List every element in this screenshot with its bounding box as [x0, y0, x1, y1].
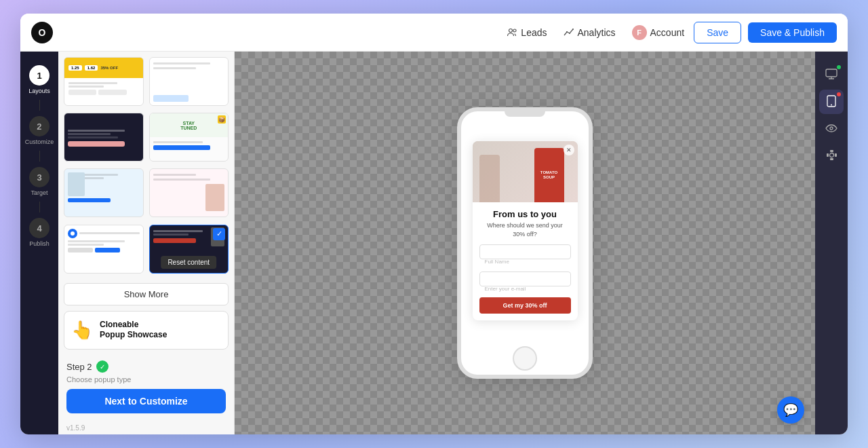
- save-publish-button[interactable]: Save & Publish: [748, 22, 837, 43]
- settings-button[interactable]: [819, 144, 844, 168]
- fullname-placeholder-label: Full Name: [479, 259, 571, 267]
- reset-content-button[interactable]: Reset content: [161, 256, 216, 269]
- chat-bubble[interactable]: 💬: [777, 396, 804, 424]
- svg-rect-14: [835, 153, 837, 157]
- desktop-icon: [825, 68, 837, 82]
- leads-icon: [507, 27, 517, 38]
- popup-card: TOMATOSOUP ✕ From us to you Where: [473, 141, 578, 320]
- account-label: Account: [650, 27, 685, 38]
- step-number-label: Step 2: [66, 362, 92, 372]
- svg-point-1: [513, 29, 516, 32]
- desktop-active-dot: [837, 65, 841, 69]
- cloneable-emoji: 👆: [71, 320, 93, 341]
- show-more-button[interactable]: Show More: [64, 283, 229, 305]
- leads-label: Leads: [521, 27, 547, 38]
- mobile-icon: [827, 95, 836, 109]
- step-info: Step 2 ✓: [58, 355, 234, 375]
- popup-subtitle: Where should we send your30% off?: [479, 221, 571, 238]
- header-nav: Leads Analytics F Account Save: [500, 21, 837, 44]
- step-4[interactable]: 4 Publish: [29, 218, 50, 247]
- step-check-icon: ✓: [96, 360, 108, 373]
- svg-rect-12: [830, 158, 833, 160]
- svg-point-2: [566, 31, 568, 33]
- layout-card-3[interactable]: [64, 113, 144, 162]
- cloneable-banner[interactable]: 👆 CloneablePopup Showcase: [64, 311, 229, 350]
- step-3-circle: 3: [29, 167, 50, 187]
- step-1[interactable]: 1 Layouts: [28, 65, 50, 94]
- layout-card-6[interactable]: [149, 168, 229, 217]
- desktop-view-button[interactable]: [819, 62, 844, 87]
- layouts-panel: 1.25 1.62 35% OFF: [58, 52, 235, 434]
- popup-body: From us to you Where should we send your…: [473, 202, 578, 320]
- step-divider-2: [39, 151, 40, 162]
- app-logo[interactable]: O: [31, 22, 53, 43]
- account-avatar: F: [632, 25, 647, 40]
- step-1-circle: 1: [29, 65, 50, 86]
- phone-content: TOMATOSOUP ✕ From us to you Where: [461, 119, 589, 342]
- svg-point-4: [572, 29, 574, 30]
- step-divider-1: [39, 100, 40, 111]
- step-sidebar: 1 Layouts 2 Customize 3 Target 4 Publish: [20, 52, 58, 434]
- popup-fullname-input[interactable]: [479, 244, 571, 259]
- layout-card-5[interactable]: [64, 168, 144, 217]
- popup-email-input[interactable]: [479, 272, 571, 286]
- nav-analytics[interactable]: Analytics: [557, 23, 623, 42]
- canvas-area: TOMATOSOUP ✕ From us to you Where: [235, 52, 815, 434]
- version-label: v1.5.9: [58, 422, 234, 434]
- layout-card-8-selected[interactable]: Reset content: [149, 225, 229, 274]
- nav-account[interactable]: F Account: [625, 21, 692, 44]
- email-placeholder-label: Enter your e-mail: [479, 286, 571, 293]
- preview-icon: [825, 124, 837, 135]
- step-3-label: Target: [31, 189, 47, 196]
- preview-button[interactable]: [819, 117, 844, 141]
- step-4-circle: 4: [29, 218, 50, 238]
- step-1-label: Layouts: [28, 88, 50, 94]
- main-content: 1 Layouts 2 Customize 3 Target 4 Publish: [20, 52, 848, 434]
- svg-rect-11: [830, 150, 833, 152]
- svg-point-15: [829, 153, 833, 157]
- app-window: O Leads An: [20, 14, 848, 434]
- layout-card-2[interactable]: [149, 57, 229, 106]
- popup-title: From us to you: [479, 209, 571, 219]
- mobile-view-button[interactable]: [819, 90, 844, 114]
- svg-rect-5: [826, 69, 837, 77]
- svg-point-3: [569, 33, 570, 34]
- analytics-label: Analytics: [578, 27, 616, 38]
- layout-card-7[interactable]: [64, 225, 144, 274]
- phone-mockup: TOMATOSOUP ✕ From us to you Where: [457, 107, 593, 379]
- right-toolbar: [815, 52, 848, 434]
- svg-point-0: [509, 29, 513, 32]
- layout-card-4[interactable]: STAYTUNED 📦: [149, 113, 229, 162]
- save-button[interactable]: Save: [694, 22, 741, 43]
- popup-image: TOMATOSOUP ✕: [473, 141, 578, 202]
- popup-cta-button[interactable]: Get my 30% off: [479, 297, 571, 314]
- header: O Leads An: [20, 14, 848, 52]
- analytics-icon: [564, 27, 574, 38]
- svg-point-10: [830, 127, 833, 130]
- step-sublabel: Choose popup type: [58, 375, 234, 389]
- mobile-active-dot: [837, 92, 841, 96]
- step-2-circle: 2: [29, 116, 50, 136]
- layout-card-1[interactable]: 1.25 1.62 35% OFF: [64, 57, 144, 106]
- svg-point-9: [831, 104, 832, 105]
- nav-leads[interactable]: Leads: [500, 23, 553, 42]
- step-divider-3: [39, 202, 40, 212]
- popup-close-button[interactable]: ✕: [564, 145, 574, 155]
- cloneable-title: CloneablePopup Showcase: [100, 320, 167, 341]
- settings-icon: [826, 149, 837, 163]
- step-2[interactable]: 2 Customize: [25, 116, 54, 145]
- phone-home-button: [513, 346, 537, 371]
- popup-image-can-label: TOMATOSOUP: [540, 170, 557, 180]
- step-4-label: Publish: [29, 240, 50, 247]
- next-to-customize-button[interactable]: Next to Customize: [66, 389, 226, 413]
- svg-rect-13: [827, 153, 829, 157]
- phone-notch: [505, 111, 545, 117]
- step-3[interactable]: 3 Target: [29, 167, 50, 196]
- step-2-label: Customize: [25, 138, 54, 145]
- layouts-grid: 1.25 1.62 35% OFF: [58, 52, 234, 280]
